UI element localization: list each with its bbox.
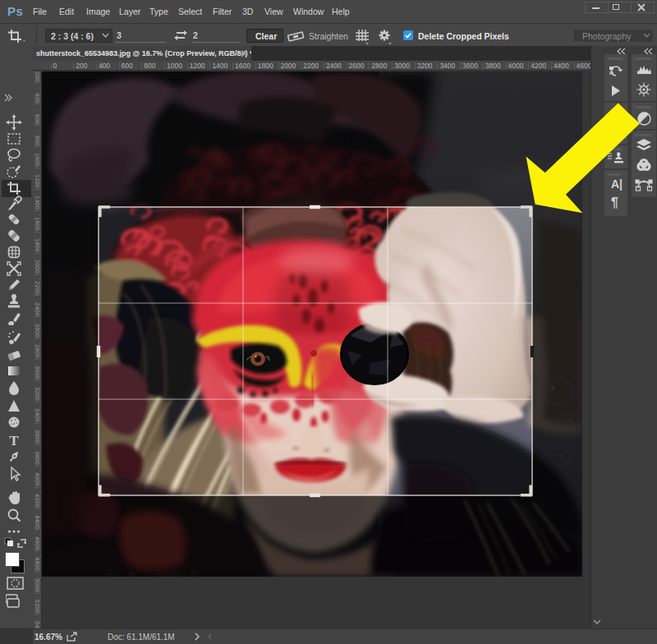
svg-text:T: T <box>9 433 19 448</box>
